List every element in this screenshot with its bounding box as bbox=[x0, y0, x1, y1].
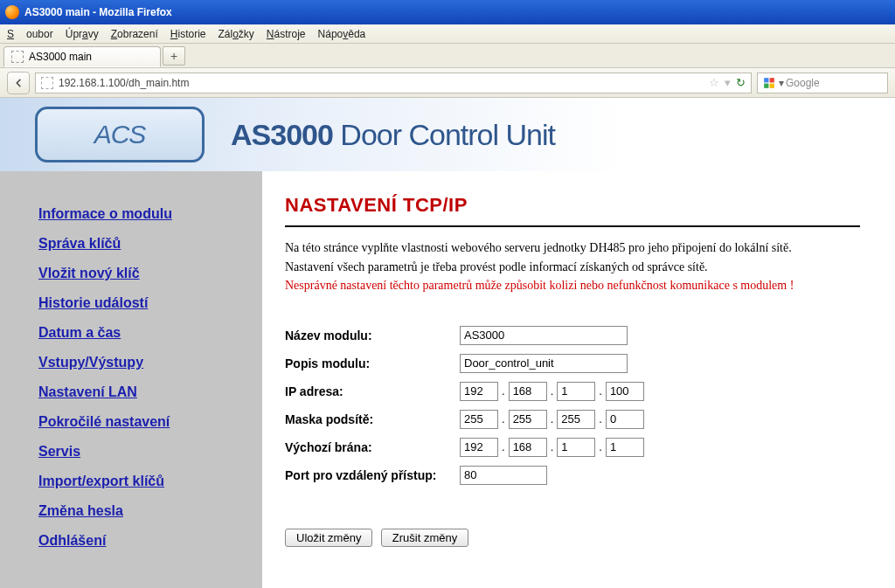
intro-line-1: Na této stránce vyplňte vlastnosti webov… bbox=[285, 239, 860, 257]
menu-bar: SSouboroubor Úpravy Zobrazení Historie Z… bbox=[0, 24, 895, 44]
sidebar-item-info[interactable]: Informace o modulu bbox=[38, 206, 245, 222]
sidebar: Informace o modulu Správa klíčů Vložit n… bbox=[0, 171, 262, 588]
sidebar-item-advanced[interactable]: Pokročilé nastavení bbox=[38, 414, 245, 430]
label-port: Port pro vzdálený přístup: bbox=[285, 468, 460, 482]
settings-form: Název modulu: Popis modulu: IP adresa: .… bbox=[285, 326, 860, 485]
sidebar-item-keys[interactable]: Správa klíčů bbox=[38, 236, 245, 252]
input-gw-3[interactable] bbox=[557, 438, 595, 457]
page-header-title: AS3000 Door Control Unit bbox=[231, 118, 555, 152]
input-port[interactable] bbox=[460, 466, 547, 485]
menu-nastroje[interactable]: Nástroje bbox=[267, 28, 306, 40]
search-box[interactable]: ▾ Google bbox=[757, 73, 888, 93]
toolbar: 192.168.1.100/dh_main.htm ☆ ▾ ↻ ▾ Google bbox=[0, 68, 895, 98]
input-ip-2[interactable] bbox=[509, 382, 547, 401]
menu-historie[interactable]: Historie bbox=[170, 28, 206, 40]
sidebar-item-newkey[interactable]: Vložit nový klíč bbox=[38, 266, 245, 281]
reload-icon[interactable]: ↻ bbox=[736, 76, 746, 89]
svg-rect-0 bbox=[764, 78, 768, 82]
sidebar-item-io[interactable]: Vstupy/Výstupy bbox=[38, 355, 245, 370]
bookmark-star-icon[interactable]: ☆ bbox=[709, 76, 719, 89]
input-gw-2[interactable] bbox=[509, 438, 547, 457]
menu-napoveda[interactable]: Nápověda bbox=[318, 28, 366, 40]
tab-label: AS3000 main bbox=[29, 51, 92, 63]
svg-rect-1 bbox=[770, 78, 774, 82]
input-mask-2[interactable] bbox=[509, 410, 547, 429]
sidebar-item-lan[interactable]: Nastavení LAN bbox=[38, 384, 245, 400]
input-gw-1[interactable] bbox=[460, 438, 498, 457]
intro-line-2: Nastavení všech parametrů je třeba prové… bbox=[285, 259, 860, 276]
button-row: Uložit změny Zrušit změny bbox=[285, 529, 860, 547]
input-gw-4[interactable] bbox=[606, 438, 644, 457]
svg-rect-2 bbox=[764, 83, 768, 87]
firefox-icon bbox=[5, 5, 19, 19]
sidebar-item-history[interactable]: Historie událostí bbox=[38, 295, 245, 311]
url-text: 192.168.1.100/dh_main.htm bbox=[59, 77, 189, 89]
label-ip: IP adresa: bbox=[285, 384, 460, 398]
menu-zobrazeni[interactable]: Zobrazení bbox=[111, 28, 158, 40]
sidebar-item-logout[interactable]: Odhlášení bbox=[38, 533, 245, 549]
search-placeholder: Google bbox=[786, 77, 820, 89]
label-gw: Výchozí brána: bbox=[285, 440, 460, 454]
svg-rect-3 bbox=[770, 83, 774, 87]
url-bar[interactable]: 192.168.1.100/dh_main.htm ☆ ▾ ↻ bbox=[35, 73, 752, 93]
page-header: ACS AS3000 Door Control Unit bbox=[0, 98, 895, 171]
back-arrow-icon bbox=[12, 77, 24, 89]
menu-soubor[interactable]: SSouboroubor bbox=[7, 28, 53, 40]
label-nazev: Název modulu: bbox=[285, 329, 460, 342]
window-titlebar: AS3000 main - Mozilla Firefox bbox=[0, 0, 895, 24]
acs-logo: ACS bbox=[35, 107, 205, 163]
save-button[interactable]: Uložit změny bbox=[285, 529, 372, 547]
input-ip-3[interactable] bbox=[557, 382, 595, 401]
sidebar-item-impexp[interactable]: Import/export klíčů bbox=[38, 474, 245, 489]
sidebar-item-datetime[interactable]: Datum a čas bbox=[38, 325, 245, 341]
back-button[interactable] bbox=[7, 72, 30, 94]
input-ip-1[interactable] bbox=[460, 382, 498, 401]
intro-warning: Nesprávné nastavení těchto parametrů můž… bbox=[285, 277, 860, 294]
page-icon bbox=[11, 51, 24, 63]
input-mask-4[interactable] bbox=[606, 410, 644, 429]
input-mask-1[interactable] bbox=[460, 410, 498, 429]
input-mask-3[interactable] bbox=[557, 410, 595, 429]
content-heading: NASTAVENÍ TCP/IP bbox=[285, 194, 860, 217]
menu-upravy[interactable]: Úpravy bbox=[66, 28, 99, 40]
label-mask: Maska podsítě: bbox=[285, 412, 460, 426]
window-title: AS3000 main - Mozilla Firefox bbox=[24, 6, 172, 18]
cancel-button[interactable]: Zrušit změny bbox=[381, 529, 468, 547]
menu-zalozky[interactable]: Záložky bbox=[218, 28, 253, 40]
label-popis: Popis modulu: bbox=[285, 356, 460, 370]
tab-strip: AS3000 main + bbox=[0, 44, 895, 68]
input-nazev[interactable] bbox=[460, 326, 628, 345]
google-icon bbox=[763, 77, 775, 89]
site-icon bbox=[41, 77, 53, 89]
input-ip-4[interactable] bbox=[606, 382, 644, 401]
tab-as3000[interactable]: AS3000 main bbox=[3, 46, 161, 67]
new-tab-button[interactable]: + bbox=[163, 46, 185, 66]
sidebar-item-service[interactable]: Servis bbox=[38, 444, 245, 460]
dropdown-icon[interactable]: ▾ bbox=[725, 76, 731, 89]
main-content: NASTAVENÍ TCP/IP Na této stránce vyplňte… bbox=[262, 171, 895, 588]
sidebar-item-password[interactable]: Změna hesla bbox=[38, 503, 245, 519]
input-popis[interactable] bbox=[460, 354, 628, 373]
divider bbox=[285, 225, 860, 227]
